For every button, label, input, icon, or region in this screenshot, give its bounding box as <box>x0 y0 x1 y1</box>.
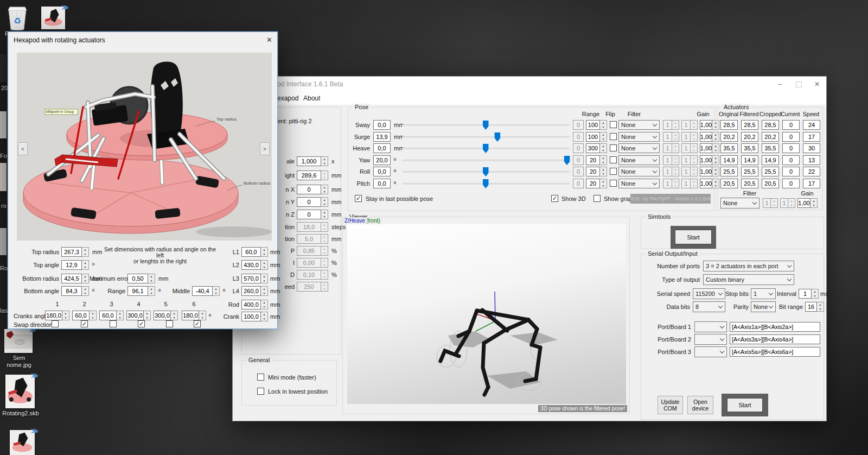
roll-value[interactable]: 0,0 <box>373 167 391 176</box>
sway-filter-dropdown[interactable]: None <box>618 120 660 130</box>
sway-gain[interactable]: 1,00 <box>700 120 712 130</box>
top-angle-input[interactable]: 12,9 <box>61 260 82 270</box>
roll-flip-checkbox[interactable] <box>610 168 617 175</box>
top-radius-input[interactable]: 267,3 <box>61 247 82 257</box>
slider-thumb[interactable] <box>483 179 489 188</box>
max-error-input[interactable]: 0,50 <box>127 274 148 283</box>
occluded-icon-sliver[interactable] <box>0 111 7 138</box>
stop-bits-dropdown[interactable]: 1 <box>751 288 776 299</box>
l3-input[interactable]: 570,0 <box>241 274 261 283</box>
serial-speed-dropdown[interactable]: 115200 <box>693 288 725 299</box>
middle-input[interactable]: -40,4 <box>192 286 213 296</box>
actuators-gain[interactable]: 1,00 <box>797 198 810 208</box>
title-bar[interactable]: od Interface 1.6.1 Beta – ✕ <box>233 77 826 92</box>
roll-filter-dropdown[interactable]: None <box>618 167 660 176</box>
recycle-bin-icon[interactable]: ♻ <box>4 3 30 31</box>
roll-slider[interactable] <box>403 171 570 174</box>
port-board-2-format[interactable]: [A<Axis3a>][B<Axis4a>] <box>730 334 820 344</box>
menu-hexapod[interactable]: exapod <box>277 94 298 102</box>
type-of-output-dropdown[interactable]: Custom binary <box>703 274 794 285</box>
yaw-value[interactable]: 20,0 <box>373 155 391 165</box>
surge-gain[interactable]: 1,00 <box>700 132 712 142</box>
range-input[interactable]: 96,1 <box>127 286 148 296</box>
scale-spinner[interactable]: ▲▼ <box>321 156 328 166</box>
rotation-y-input[interactable]: 0 <box>297 197 321 207</box>
bit-range-input[interactable]: 16 <box>805 302 817 312</box>
swap-direction-checkbox-2[interactable]: ✓ <box>81 320 88 327</box>
port-board-3-format[interactable]: [A<Axis5a>][B<Axis6a>] <box>730 347 820 357</box>
menu-about[interactable]: About <box>303 94 320 102</box>
dialog-close-button[interactable]: ✕ <box>266 36 272 44</box>
pitch-gain[interactable]: 1,00 <box>700 179 712 188</box>
actuators-filter-dropdown[interactable]: None <box>720 198 760 208</box>
rotation-z-input[interactable]: 0 <box>297 210 321 219</box>
slider-thumb[interactable] <box>483 167 489 176</box>
pitch-value[interactable]: 0,0 <box>373 179 391 188</box>
data-bits-dropdown[interactable]: 8 <box>693 301 725 312</box>
slider-thumb[interactable] <box>494 132 500 142</box>
minimize-button[interactable]: – <box>771 77 789 92</box>
surge-filter-dropdown[interactable]: None <box>618 132 660 142</box>
swap-direction-checkbox-6[interactable]: ✓ <box>194 320 201 327</box>
occluded-icon-sliver[interactable] <box>0 228 7 255</box>
port-board-1-dropdown[interactable] <box>694 321 727 332</box>
swap-direction-checkbox-3[interactable] <box>110 320 117 327</box>
sway-value[interactable]: 0,0 <box>373 120 391 130</box>
slider-thumb[interactable] <box>483 121 489 130</box>
icon-label-rotating2[interactable]: Rotating2.skb <box>0 410 41 417</box>
maximize-button[interactable] <box>789 77 808 92</box>
swap-direction-checkbox-5[interactable] <box>166 320 173 327</box>
sway-slider[interactable] <box>403 124 570 127</box>
rod-input[interactable]: 400,0 <box>241 300 261 309</box>
stay-last-pose-checkbox[interactable]: ✓ <box>355 195 362 202</box>
bottom-radius-input[interactable]: 424,5 <box>61 274 82 283</box>
desktop-icon-sem-nome[interactable]: ≫ <box>4 329 33 353</box>
update-com-button[interactable]: Update COM <box>658 396 683 414</box>
occluded-icon-sliver[interactable] <box>0 163 7 191</box>
prev-rig-button[interactable]: < <box>18 142 28 155</box>
lock-lowest-checkbox[interactable] <box>257 388 264 395</box>
interval-input[interactable]: 1 <box>799 289 812 299</box>
heave-value[interactable]: 0,0 <box>373 143 391 153</box>
heave-range[interactable]: 300 <box>586 143 600 153</box>
heave-gain[interactable]: 1,00 <box>700 143 712 153</box>
icon-label-sem-nome[interactable]: Sem nome.jpg <box>0 355 38 369</box>
show-3d-checkbox[interactable]: ✓ <box>551 195 558 202</box>
serial-start-button[interactable]: Start <box>727 398 763 412</box>
l4-input[interactable]: 260,0 <box>241 286 261 296</box>
port-board-3-dropdown[interactable] <box>694 346 727 357</box>
desktop-icon-bottom-cut[interactable]: ≫ <box>10 430 35 455</box>
surge-slider[interactable] <box>403 136 570 139</box>
yaw-gain[interactable]: 1,00 <box>700 155 712 165</box>
next-rig-button[interactable]: > <box>260 142 270 155</box>
desktop-icon-rotating2[interactable]: ≫ <box>5 375 35 408</box>
number-of-ports-dropdown[interactable]: 3 = 2 actuators in each port <box>703 261 794 271</box>
surge-value[interactable]: 13,9 <box>373 132 391 142</box>
heave-filter-dropdown[interactable]: None <box>618 143 660 153</box>
yaw-filter-dropdown[interactable]: None <box>618 155 660 165</box>
surge-flip-checkbox[interactable] <box>610 133 617 140</box>
swap-direction-checkbox-1[interactable] <box>52 320 59 327</box>
l1-input[interactable]: 60,0 <box>241 247 261 257</box>
port-board-2-dropdown[interactable] <box>694 334 727 345</box>
port-board-1-format[interactable]: [A<Axis1a>][B<Axis2a>] <box>730 322 820 332</box>
pitch-flip-checkbox[interactable] <box>610 180 617 187</box>
parity-dropdown[interactable]: None <box>751 301 776 312</box>
mini-mode-checkbox[interactable] <box>257 374 264 381</box>
rotation-x-input[interactable]: 0 <box>297 185 321 194</box>
occluded-icon-sliver[interactable] <box>0 54 7 83</box>
pitch-slider[interactable] <box>403 183 570 186</box>
roll-range[interactable]: 20 <box>586 167 600 176</box>
show-graphic-checkbox[interactable] <box>593 195 601 202</box>
surge-range[interactable]: 100 <box>586 132 600 142</box>
yaw-range[interactable]: 20 <box>586 155 600 165</box>
slider-thumb[interactable] <box>483 144 489 153</box>
pitch-range[interactable]: 20 <box>586 179 600 188</box>
bottom-angle-input[interactable]: 84,3 <box>61 286 82 296</box>
roll-gain[interactable]: 1,00 <box>700 167 712 176</box>
viewer-3d-canvas[interactable] <box>347 224 626 404</box>
close-button[interactable]: ✕ <box>808 77 826 92</box>
scale-input[interactable]: 1,000 <box>297 156 321 166</box>
yaw-flip-checkbox[interactable] <box>610 156 617 163</box>
slider-thumb[interactable] <box>564 156 570 165</box>
